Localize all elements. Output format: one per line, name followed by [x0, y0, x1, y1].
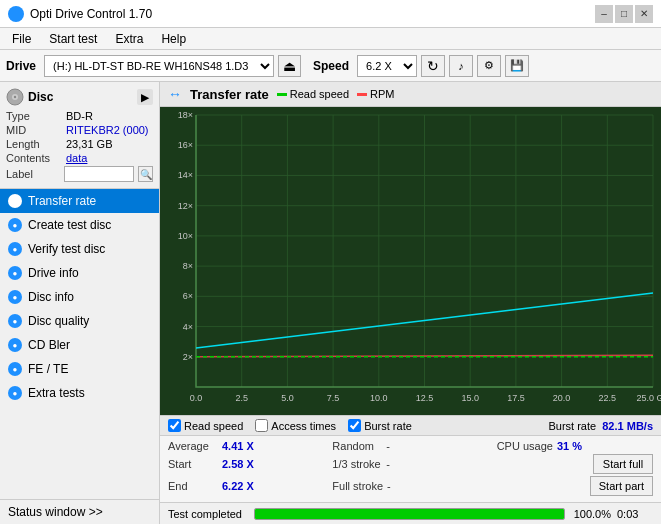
nav-dot-disc-info: ● [8, 290, 22, 304]
status-text: Test completed [168, 508, 248, 520]
stats-area: Average 4.41 X Random - CPU usage 31 % S… [160, 435, 661, 502]
stat-cpu-value: 31 % [557, 440, 597, 452]
nav-item-transfer-rate[interactable]: ● Transfer rate [0, 189, 159, 213]
chart-area [160, 107, 661, 415]
stat-cpu: CPU usage 31 % [497, 440, 653, 452]
burst-rate-value: 82.1 MB/s [602, 420, 653, 432]
drive-select[interactable]: (H:) HL-DT-ST BD-RE WH16NS48 1.D3 [44, 55, 274, 77]
menu-extra[interactable]: Extra [107, 30, 151, 48]
title-bar-left: Opti Drive Control 1.70 [8, 6, 152, 22]
stat-average-value: 4.41 X [222, 440, 262, 452]
burst-rate-value-label: Burst rate 82.1 MB/s [548, 420, 653, 432]
nav-item-create-test-disc[interactable]: ● Create test disc [0, 213, 159, 237]
nav-item-disc-info[interactable]: ● Disc info [0, 285, 159, 309]
minimize-button[interactable]: – [595, 5, 613, 23]
nav-label-drive-info: Drive info [28, 266, 79, 280]
disc-contents-label: Contents [6, 152, 66, 164]
menu-start-test[interactable]: Start test [41, 30, 105, 48]
nav-dot-cd-bler: ● [8, 338, 22, 352]
burst-rate-checkbox[interactable] [348, 419, 361, 432]
settings-button[interactable]: ⚙ [477, 55, 501, 77]
nav-label-extra-tests: Extra tests [28, 386, 85, 400]
disc-label-key: Label [6, 168, 60, 180]
burst-rate-checkbox-label[interactable]: Burst rate [348, 419, 412, 432]
nav-dot-transfer-rate: ● [8, 194, 22, 208]
nav-item-verify-test-disc[interactable]: ● Verify test disc [0, 237, 159, 261]
legend-read-label: Read speed [290, 88, 349, 100]
stat-cpu-label: CPU usage [497, 440, 553, 452]
nav-label-disc-info: Disc info [28, 290, 74, 304]
music-button[interactable]: ♪ [449, 55, 473, 77]
disc-action-icon[interactable]: ▶ [137, 89, 153, 105]
disc-section: Disc ▶ Type BD-R MID RITEKBR2 (000) Leng… [0, 82, 159, 189]
legend-rpm-dot [357, 93, 367, 96]
nav-dot-create-test-disc: ● [8, 218, 22, 232]
progress-track [254, 508, 565, 520]
status-window-button[interactable]: Status window >> [0, 499, 159, 524]
stat-end-label: End [168, 480, 218, 492]
disc-type-label: Type [6, 110, 66, 122]
read-speed-checkbox-label[interactable]: Read speed [168, 419, 243, 432]
disc-icon [6, 88, 24, 106]
disc-label-input[interactable] [64, 166, 134, 182]
stat-full-stroke: Full stroke - [332, 480, 488, 492]
nav-dot-verify-test-disc: ● [8, 242, 22, 256]
drive-label: Drive [6, 59, 36, 73]
nav-list: ● Transfer rate ● Create test disc ● Ver… [0, 189, 159, 499]
nav-item-disc-quality[interactable]: ● Disc quality [0, 309, 159, 333]
legend-rpm-label: RPM [370, 88, 394, 100]
disc-length-row: Length 23,31 GB [6, 138, 153, 150]
refresh-button[interactable]: ↻ [421, 55, 445, 77]
nav-item-extra-tests[interactable]: ● Extra tests [0, 381, 159, 405]
title-bar-controls: – □ ✕ [595, 5, 653, 23]
save-button[interactable]: 💾 [505, 55, 529, 77]
nav-dot-drive-info: ● [8, 266, 22, 280]
access-times-checkbox-label[interactable]: Access times [255, 419, 336, 432]
stat-end-value: 6.22 X [222, 480, 262, 492]
access-times-label: Access times [271, 420, 336, 432]
chart-icon: ↔ [168, 86, 182, 102]
stat-1-3-value: - [386, 458, 390, 470]
stat-start-part-area: Start part [497, 476, 653, 496]
legend-rpm: RPM [357, 88, 394, 100]
stat-start-full-area: Start full [497, 454, 653, 474]
stat-full-stroke-label: Full stroke [332, 480, 383, 492]
nav-dot-extra-tests: ● [8, 386, 22, 400]
nav-item-cd-bler[interactable]: ● CD Bler [0, 333, 159, 357]
read-speed-checkbox[interactable] [168, 419, 181, 432]
speed-label: Speed [313, 59, 349, 73]
stat-full-stroke-value: - [387, 480, 391, 492]
close-button[interactable]: ✕ [635, 5, 653, 23]
progress-bar-area: Test completed 100.0% 0:03 [160, 502, 661, 524]
menu-file[interactable]: File [4, 30, 39, 48]
disc-contents-row: Contents data [6, 152, 153, 164]
disc-type-row: Type BD-R [6, 110, 153, 122]
progress-label: 100.0% [571, 508, 611, 520]
start-part-button[interactable]: Start part [590, 476, 653, 496]
stat-random: Random - [332, 440, 488, 452]
disc-label-action-button[interactable]: 🔍 [138, 166, 153, 182]
speed-select[interactable]: 6.2 X Max 1.0 X 2.0 X 4.0 X 8.0 X [357, 55, 417, 77]
menu-help[interactable]: Help [153, 30, 194, 48]
access-times-checkbox[interactable] [255, 419, 268, 432]
eject-button[interactable]: ⏏ [278, 55, 301, 77]
start-full-button[interactable]: Start full [593, 454, 653, 474]
stat-start-label: Start [168, 458, 218, 470]
nav-item-fe-te[interactable]: ● FE / TE [0, 357, 159, 381]
nav-label-transfer-rate: Transfer rate [28, 194, 96, 208]
nav-item-drive-info[interactable]: ● Drive info [0, 261, 159, 285]
disc-length-label: Length [6, 138, 66, 150]
nav-label-verify-test-disc: Verify test disc [28, 242, 105, 256]
disc-header: Disc ▶ [6, 88, 153, 106]
chart-title: Transfer rate [190, 87, 269, 102]
nav-label-create-test-disc: Create test disc [28, 218, 111, 232]
svg-point-2 [14, 96, 16, 98]
stat-random-value: - [386, 440, 390, 452]
svg-text:▶: ▶ [141, 92, 150, 103]
nav-label-fe-te: FE / TE [28, 362, 68, 376]
disc-mid-value: RITEKBR2 (000) [66, 124, 149, 136]
disc-contents-value[interactable]: data [66, 152, 87, 164]
stat-end: End 6.22 X [168, 480, 324, 492]
title-bar: Opti Drive Control 1.70 – □ ✕ [0, 0, 661, 28]
maximize-button[interactable]: □ [615, 5, 633, 23]
